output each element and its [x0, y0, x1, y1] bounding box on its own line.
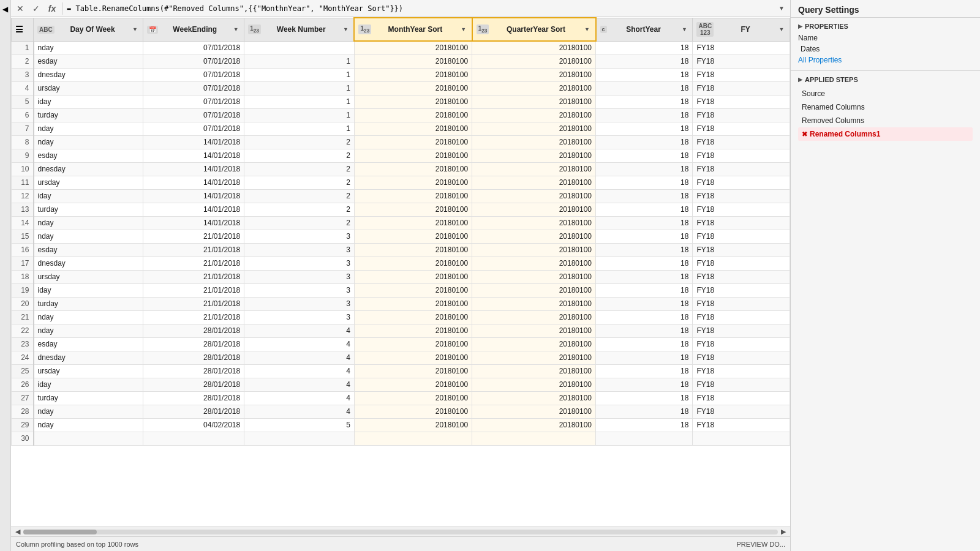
col-header-fy[interactable]: ABC123 FY ▼: [693, 18, 790, 41]
cell-week-number: [244, 432, 355, 445]
collapse-icon: ◀: [2, 5, 8, 13]
formula-input[interactable]: [67, 2, 773, 15]
col-header-day-of-week[interactable]: ABC Day Of Week ▼: [34, 18, 143, 41]
col-header-monthyear-sort[interactable]: 123 MonthYear Sort ▼: [354, 18, 472, 41]
table-row: 25ursday28/01/20184201801002018010018FY1…: [12, 364, 790, 378]
cell-quarteryear-sort: 20180100: [472, 81, 596, 95]
col-header-week-number[interactable]: 123 Week Number ▼: [244, 18, 355, 41]
scroll-right-arrow[interactable]: ▶: [778, 527, 789, 537]
cell-monthyear-sort: 20180100: [354, 270, 472, 283]
cell-shortyear: 18: [596, 391, 693, 405]
col-name-shortyear: ShortYear: [609, 25, 678, 34]
formula-separator: [62, 2, 63, 15]
cell-day-of-week: dnesday: [34, 257, 143, 270]
col-header-week-ending[interactable]: 📅 WeekEnding ▼: [143, 18, 244, 41]
cell-quarteryear-sort: 20180100: [472, 351, 596, 364]
cell-fy: FY18: [693, 324, 790, 337]
col-name-monthyear-sort: MonthYear Sort: [374, 25, 456, 34]
col-dropdown-fy[interactable]: ▼: [777, 25, 786, 34]
row-number-cell: 16: [12, 243, 34, 257]
cell-monthyear-sort: 20180100: [354, 54, 472, 68]
cell-shortyear: 18: [596, 108, 693, 122]
cell-week-ending: 21/01/2018: [143, 310, 244, 324]
cell-monthyear-sort: 20180100: [354, 203, 472, 216]
step-item-renamed-columns-1[interactable]: Renamed Columns: [798, 100, 973, 114]
cell-week-ending: 28/01/2018: [143, 378, 244, 391]
cell-monthyear-sort: 20180100: [354, 378, 472, 391]
step-label: Renamed Columns1: [810, 130, 880, 138]
cell-fy: FY18: [693, 95, 790, 108]
row-number-cell: 29: [12, 418, 34, 432]
col-dropdown-week-number[interactable]: ▼: [341, 25, 350, 34]
cell-monthyear-sort: 20180100: [354, 405, 472, 418]
name-label: Name: [798, 34, 818, 42]
scroll-track[interactable]: [23, 530, 778, 534]
row-number-cell: 4: [12, 81, 34, 95]
cell-quarteryear-sort: [472, 432, 596, 445]
cell-quarteryear-sort: 20180100: [472, 54, 596, 68]
query-settings-panel: Query Settings PROPERTIES Name Dates All…: [790, 0, 980, 551]
col-type-week-ending: 📅: [147, 26, 158, 34]
cell-week-number: 3: [244, 297, 355, 310]
cell-shortyear: 18: [596, 162, 693, 176]
cell-day-of-week: esday: [34, 54, 143, 68]
cell-monthyear-sort: 20180100: [354, 257, 472, 270]
table-row: 21nday21/01/20183201801002018010018FY18: [12, 310, 790, 324]
cell-day-of-week: iday: [34, 283, 143, 297]
cell-fy: FY18: [693, 149, 790, 162]
col-dropdown-monthyear-sort[interactable]: ▼: [459, 25, 468, 34]
applied-steps-section: APPLIED STEPS SourceRenamed ColumnsRemov…: [791, 71, 980, 551]
table-row: 30: [12, 432, 790, 445]
cell-quarteryear-sort: 20180100: [472, 378, 596, 391]
scroll-left-arrow[interactable]: ◀: [12, 527, 23, 537]
cell-week-ending: 28/01/2018: [143, 405, 244, 418]
col-dropdown-day-of-week[interactable]: ▼: [130, 25, 139, 34]
cell-shortyear: 18: [596, 405, 693, 418]
cell-quarteryear-sort: 20180100: [472, 391, 596, 405]
col-header-shortyear[interactable]: c ShortYear ▼: [596, 18, 693, 41]
col-dropdown-shortyear[interactable]: ▼: [680, 25, 688, 34]
cell-shortyear: 18: [596, 203, 693, 216]
cell-week-number: 4: [244, 351, 355, 364]
col-type-monthyear-sort: 123: [358, 24, 371, 34]
cell-quarteryear-sort: 20180100: [472, 203, 596, 216]
steps-list: SourceRenamed ColumnsRemoved Columns✖Ren…: [798, 87, 973, 141]
cell-week-number: 2: [244, 216, 355, 230]
step-item-removed-columns[interactable]: Removed Columns: [798, 114, 973, 127]
cell-week-number: 3: [244, 270, 355, 283]
row-number-cell: 10: [12, 162, 34, 176]
name-value: Dates: [798, 43, 973, 54]
col-dropdown-week-ending[interactable]: ▼: [232, 25, 240, 34]
row-number-cell: 3: [12, 68, 34, 81]
cell-day-of-week: nday: [34, 230, 143, 243]
table-menu-icon[interactable]: ☰: [15, 24, 23, 34]
row-number-cell: 28: [12, 405, 34, 418]
accept-formula-button[interactable]: ✓: [29, 2, 43, 15]
cell-week-ending: 21/01/2018: [143, 283, 244, 297]
cell-shortyear: 18: [596, 135, 693, 149]
table-row: 4ursday07/01/20181201801002018010018FY18: [12, 81, 790, 95]
cell-week-number: 2: [244, 162, 355, 176]
cell-week-number: 5: [244, 418, 355, 432]
step-item-source[interactable]: Source: [798, 87, 973, 100]
cell-day-of-week: [34, 432, 143, 445]
cancel-formula-button[interactable]: ✕: [13, 2, 27, 15]
col-dropdown-quarteryear-sort[interactable]: ▼: [583, 25, 592, 34]
col-header-quarteryear-sort[interactable]: 123 QuarterYear Sort ▼: [472, 18, 596, 41]
step-item-renamed-columns-2[interactable]: ✖Renamed Columns1: [798, 127, 973, 141]
scroll-thumb[interactable]: [23, 530, 97, 534]
left-collapse-button[interactable]: ◀: [0, 0, 11, 551]
all-properties-link[interactable]: All Properties: [798, 54, 973, 66]
cell-quarteryear-sort: 20180100: [472, 310, 596, 324]
table-row: 10dnesday14/01/20182201801002018010018FY…: [12, 162, 790, 176]
fx-button[interactable]: fx: [45, 2, 59, 15]
cell-week-number: 3: [244, 257, 355, 270]
row-number-cell: 21: [12, 310, 34, 324]
cell-quarteryear-sort: 20180100: [472, 68, 596, 81]
cell-shortyear: 18: [596, 81, 693, 95]
cell-quarteryear-sort: 20180100: [472, 418, 596, 432]
formula-expand-button[interactable]: ▼: [775, 2, 788, 15]
status-right: PREVIEW DO...: [737, 541, 785, 548]
cell-day-of-week: ursday: [34, 270, 143, 283]
table-row: 12iday14/01/20182201801002018010018FY18: [12, 189, 790, 203]
